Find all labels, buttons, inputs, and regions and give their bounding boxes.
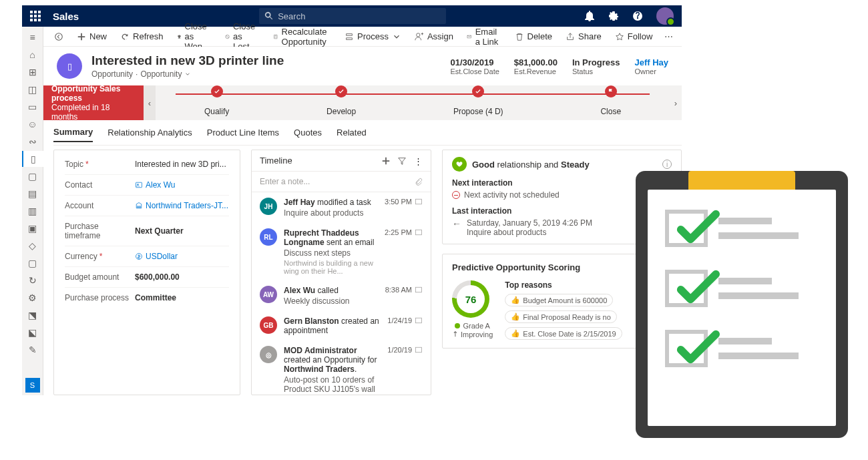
attachment-icon[interactable]: [415, 178, 423, 186]
field-value-timeframe[interactable]: Next Quarter: [135, 226, 229, 236]
help-icon[interactable]: [632, 11, 643, 21]
form-tabs: Summary Relationship Analytics Product L…: [53, 124, 682, 146]
check-icon: [673, 324, 720, 371]
rail-item-4[interactable]: ▣: [22, 220, 43, 236]
tab-quotes[interactable]: Quotes: [294, 128, 322, 142]
svg-rect-12: [416, 347, 422, 353]
field-label-contact: Contact: [65, 180, 135, 190]
tab-related[interactable]: Related: [337, 128, 367, 142]
rail-item-5[interactable]: ◇: [22, 238, 43, 254]
timeline-item[interactable]: AWAlex Wu calledWeekly discussion8:38 AM: [252, 280, 431, 311]
gear-icon[interactable]: [608, 11, 619, 21]
overflow-button[interactable]: ⋯: [660, 31, 678, 41]
tab-relationship-analytics[interactable]: Relationship Analytics: [107, 128, 192, 142]
top-bar: Sales Search: [22, 5, 682, 27]
last-interaction-subject: Inquire about products: [467, 228, 592, 237]
timeline-item[interactable]: JHJeff Hay modified a taskInquire about …: [252, 192, 431, 223]
field-value-contact[interactable]: Alex Wu: [135, 180, 229, 190]
rail-item-1[interactable]: ▢: [22, 168, 43, 184]
currency-icon: [135, 252, 143, 260]
score-ring: 76: [452, 280, 489, 318]
bpf-next-button[interactable]: ›: [670, 85, 682, 120]
est-close-date-label: Est.Close Date: [450, 67, 499, 75]
app-launcher-icon[interactable]: [30, 11, 41, 21]
info-icon[interactable]: i: [662, 160, 672, 169]
svg-rect-8: [416, 199, 422, 204]
field-value-topic[interactable]: Interested in new 3D pri...: [135, 160, 229, 169]
global-search-input[interactable]: Search: [259, 8, 446, 24]
rail-settings-icon[interactable]: ⚙: [22, 290, 43, 306]
form-selector[interactable]: Opportunity: [140, 69, 182, 79]
rail-area-switcher[interactable]: S: [25, 378, 40, 393]
search-placeholder: Search: [278, 11, 305, 21]
email-link-button[interactable]: Email a Link: [461, 27, 507, 46]
scoring-title: Predictive Opportunity Scoring: [452, 262, 580, 272]
owner-value[interactable]: Jeff Hay: [634, 57, 668, 67]
command-bar: New Refresh Close as Won Close as Lost R…: [43, 27, 682, 47]
close-as-lost-button[interactable]: Close as Lost: [220, 27, 265, 46]
timeline-avatar: ◎: [260, 346, 277, 363]
refresh-button[interactable]: Refresh: [115, 27, 169, 46]
rail-opportunity-icon[interactable]: ▯: [22, 151, 43, 167]
field-value-account[interactable]: Northwind Traders-JT...: [135, 201, 229, 210]
rail-item-2[interactable]: ▤: [22, 186, 43, 202]
field-label-budget: Budget amount: [65, 272, 135, 282]
timeline-note-input[interactable]: Enter a note...: [252, 172, 431, 192]
left-nav-rail: ≡ ⌂ ⊞ ◫ ▭ ☺ ∾ ▯ ▢ ▤ ▥ ▣ ◇ ▢ ↻ ⚙ ⬔ ⬕ ✎ S: [22, 27, 43, 395]
recalculate-button[interactable]: Recalculate Opportunity: [268, 27, 337, 46]
assign-button[interactable]: Assign: [409, 27, 459, 46]
bpf-stage-develop[interactable]: Develop: [327, 85, 356, 116]
timeline-item[interactable]: RLRuprecht Thaddeus Longname sent an ema…: [252, 223, 431, 280]
share-button[interactable]: Share: [560, 27, 607, 46]
close-as-won-button[interactable]: Close as Won: [172, 27, 217, 46]
bpf-header[interactable]: Opportunity Sales process Completed in 1…: [43, 85, 144, 120]
back-button[interactable]: [49, 27, 69, 46]
clipboard-graphic: [636, 171, 848, 438]
rail-person-icon[interactable]: ☺: [22, 116, 43, 132]
delete-button[interactable]: Delete: [509, 27, 558, 46]
score-grade: Grade A: [463, 322, 489, 330]
bpf-stage-close[interactable]: Close: [600, 85, 621, 116]
field-value-currency[interactable]: USDollar: [135, 252, 229, 261]
timeline-item[interactable]: ◎MOD Administrator created an Opportunit…: [252, 340, 431, 399]
rail-home-icon[interactable]: ⌂: [22, 47, 43, 63]
rail-item-6[interactable]: ▢: [22, 255, 43, 271]
filter-icon[interactable]: [397, 156, 407, 166]
bpf-stage-qualify[interactable]: Qualify: [204, 85, 229, 116]
new-button[interactable]: New: [71, 27, 112, 46]
field-value-process[interactable]: Committee: [135, 293, 229, 302]
tab-summary[interactable]: Summary: [53, 127, 93, 142]
rail-wrench-icon[interactable]: ✎: [22, 342, 43, 358]
rail-chart-icon[interactable]: ⬔: [22, 307, 43, 323]
more-icon[interactable]: ⋮: [413, 156, 423, 166]
check-icon: [673, 264, 720, 311]
rail-item-3[interactable]: ▥: [22, 203, 43, 219]
rail-menu-icon[interactable]: ≡: [22, 29, 43, 45]
rail-analytics-icon[interactable]: ⬕: [22, 324, 43, 340]
user-avatar[interactable]: [656, 7, 674, 25]
account-icon: [135, 202, 143, 210]
reason-pill: 👍Final Proposal Ready is no: [505, 310, 616, 323]
field-label-process: Purchase process: [65, 293, 135, 302]
field-label-currency: Currency*: [65, 252, 135, 261]
tab-product-line-items[interactable]: Product Line Items: [207, 128, 279, 142]
rail-note-icon[interactable]: ▭: [22, 99, 43, 115]
svg-point-6: [137, 184, 138, 185]
timeline-item[interactable]: GBGern Blanston created an appointment1/…: [252, 311, 431, 340]
bpf-stage-propose[interactable]: Propose (4 D): [453, 85, 503, 116]
reason-pill: 👍Est. Close Date is 2/15/2019: [505, 327, 622, 340]
rail-link-icon[interactable]: ∾: [22, 134, 43, 150]
contact-icon: [135, 181, 143, 189]
relationship-summary: Good relationship and Steady: [472, 160, 590, 170]
rail-clipboard-icon[interactable]: ◫: [22, 81, 43, 97]
rail-grid-icon[interactable]: ⊞: [22, 64, 43, 80]
field-value-budget[interactable]: $600,000.00: [135, 272, 229, 282]
est-close-date-value: 01/30/2019: [450, 57, 499, 67]
bpf-prev-button[interactable]: ‹: [144, 85, 156, 120]
process-button[interactable]: Process: [339, 27, 407, 46]
bell-icon[interactable]: [584, 11, 595, 21]
follow-button[interactable]: Follow: [610, 27, 658, 46]
rail-item-7[interactable]: ↻: [22, 272, 43, 288]
next-interaction-value: Next activity not scheduled: [464, 190, 560, 200]
add-icon[interactable]: [381, 156, 391, 166]
